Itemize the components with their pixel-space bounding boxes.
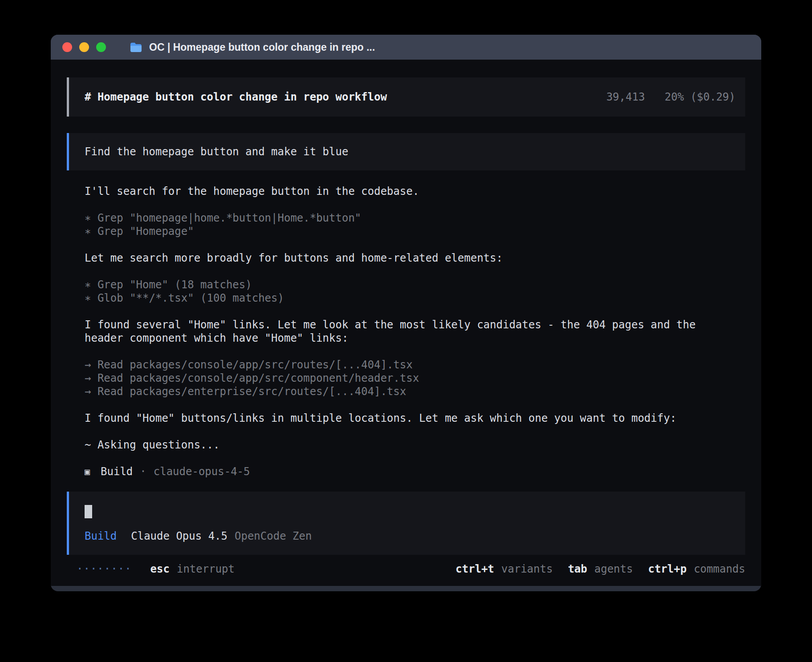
traffic-lights — [62, 42, 113, 52]
tool-call-read: → Read packages/enterprise/src/routes/[.… — [85, 385, 741, 398]
minimize-button[interactable] — [79, 42, 89, 52]
terminal-content: # Homepage button color change in repo w… — [51, 60, 761, 586]
tool-call-grep: ∗ Grep "homepage|home.*button|Home.*butt… — [85, 211, 741, 225]
folder-icon — [130, 42, 142, 52]
assistant-message: Let me search more broadly for buttons a… — [85, 251, 741, 265]
agent-name: Build — [101, 465, 133, 478]
tool-call-grep: ∗ Grep "Home" (18 matches) — [85, 278, 741, 291]
session-title: # Homepage button color change in repo w… — [85, 91, 387, 103]
token-count: 39,413 — [606, 91, 645, 103]
model-name[interactable]: Claude Opus 4.5 — [131, 530, 227, 542]
shortcut-key: ctrl+t — [455, 563, 494, 575]
zoom-button[interactable] — [96, 42, 106, 52]
agent-model: claude-opus-4-5 — [154, 465, 250, 478]
terminal-window: OC | Homepage button color change in rep… — [51, 35, 761, 591]
session-stats: 39,413 20% ($0.29) — [606, 91, 735, 103]
shortcut-agents: tab agents — [568, 563, 633, 575]
agent-mode-label[interactable]: Build — [85, 530, 117, 542]
agent-icon: ▣ — [85, 465, 90, 478]
assistant-text: header component which have "Home" links… — [85, 331, 741, 345]
input-meta: Build Claude Opus 4.5 OpenCode Zen — [85, 530, 735, 542]
shortcut-key: tab — [568, 563, 587, 575]
status-bar: ········ esc interrupt ctrl+t variants t… — [67, 560, 745, 578]
agent-status-row: ▣ Build · claude-opus-4-5 — [85, 465, 741, 478]
spinner-dots-icon: ········ — [77, 563, 132, 575]
shortcut-label: commands — [694, 563, 745, 575]
window-title: OC | Homepage button color change in rep… — [149, 41, 375, 53]
shortcut-commands: ctrl+p commands — [648, 563, 745, 575]
status-message: ~ Asking questions... — [85, 438, 741, 452]
esc-key-hint: esc — [150, 563, 170, 575]
tool-call-read: → Read packages/console/app/src/componen… — [85, 371, 741, 385]
window-titlebar[interactable]: OC | Homepage button color change in rep… — [51, 35, 761, 60]
shortcut-label: agents — [594, 563, 633, 575]
assistant-message: I found several "Home" links. Let me loo… — [85, 318, 741, 345]
prompt-input[interactable]: Build Claude Opus 4.5 OpenCode Zen — [67, 492, 745, 555]
provider-name: OpenCode Zen — [235, 530, 312, 542]
shortcut-label: variants — [501, 563, 553, 575]
session-header: # Homepage button color change in repo w… — [67, 77, 745, 117]
shortcut-key: ctrl+p — [648, 563, 687, 575]
assistant-text: I found several "Home" links. Let me loo… — [85, 318, 741, 331]
close-button[interactable] — [62, 42, 72, 52]
tool-call-group: → Read packages/console/app/src/routes/[… — [85, 358, 741, 398]
shortcut-variants: ctrl+t variants — [455, 563, 552, 575]
status-bar-left: ········ esc interrupt — [68, 563, 235, 575]
esc-key-label: interrupt — [177, 563, 235, 575]
status-asking-questions: ~ Asking questions... — [85, 438, 741, 452]
user-message: Find the homepage button and make it blu… — [67, 133, 745, 170]
agent-separator: · — [140, 465, 146, 478]
tool-call-glob: ∗ Glob "**/*.tsx" (100 matches) — [85, 291, 741, 305]
assistant-text: I'll search for the homepage button in t… — [85, 185, 741, 198]
status-bar-right: ctrl+t variants tab agents ctrl+p comman… — [440, 563, 745, 575]
tool-call-group: ∗ Grep "homepage|home.*button|Home.*butt… — [85, 211, 741, 238]
assistant-message: I found "Home" buttons/links in multiple… — [85, 412, 741, 425]
tool-call-read: → Read packages/console/app/src/routes/[… — [85, 358, 741, 371]
tool-call-grep: ∗ Grep "Homepage" — [85, 225, 741, 238]
user-message-text: Find the homepage button and make it blu… — [85, 145, 348, 158]
conversation: I'll search for the homepage button in t… — [67, 185, 745, 478]
text-cursor — [85, 505, 92, 518]
context-usage: 20% ($0.29) — [665, 91, 735, 103]
assistant-message: I'll search for the homepage button in t… — [85, 185, 741, 198]
assistant-text: Let me search more broadly for buttons a… — [85, 251, 741, 265]
tool-call-group: ∗ Grep "Home" (18 matches) ∗ Glob "**/*.… — [85, 278, 741, 305]
assistant-text: I found "Home" buttons/links in multiple… — [85, 412, 741, 425]
